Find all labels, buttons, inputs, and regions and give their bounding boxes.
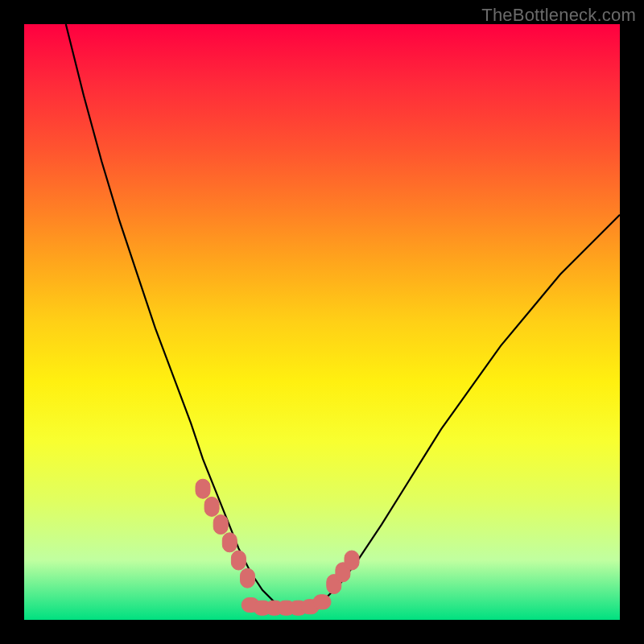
marker-dot: [313, 595, 331, 609]
marker-dot: [231, 551, 246, 570]
marker-dot: [241, 568, 255, 588]
marker-dot: [222, 533, 237, 552]
bottleneck-curve: [66, 24, 620, 608]
marker-dot: [196, 479, 210, 498]
marker-dot: [345, 551, 359, 570]
marker-dot: [213, 515, 228, 535]
plot-area: [24, 24, 620, 620]
curve-layer: [24, 24, 620, 620]
marker-group: [196, 479, 359, 615]
chart-frame: TheBottleneck.com: [0, 0, 644, 644]
attribution-label: TheBottleneck.com: [481, 5, 636, 26]
marker-dot: [204, 497, 219, 516]
